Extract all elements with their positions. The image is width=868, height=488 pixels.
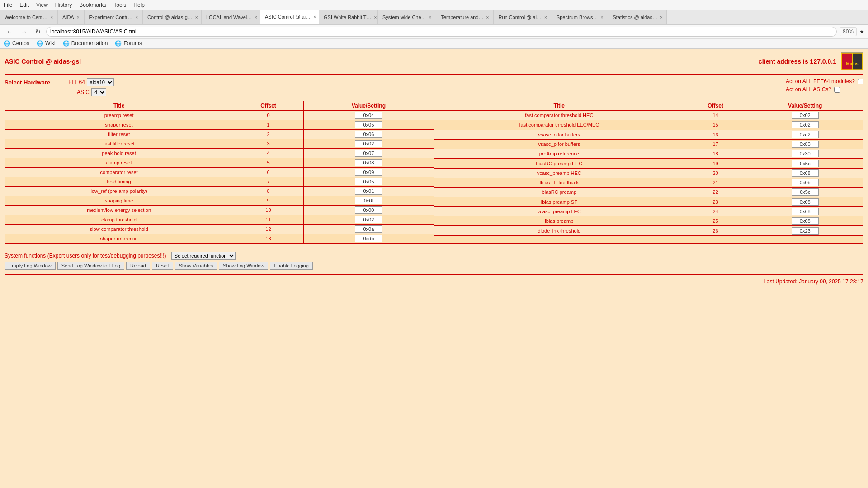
tab-spectrum[interactable]: Spectrum Brows… ×	[552, 10, 609, 24]
tab-bar: Welcome to Cent… × AIDA × Experiment Con…	[0, 10, 868, 25]
row-value	[303, 168, 434, 177]
menu-edit[interactable]: Edit	[19, 2, 29, 8]
row-title: shaper reset	[5, 120, 233, 130]
value-input[interactable]	[792, 208, 819, 215]
close-tab-temp[interactable]: ×	[486, 15, 489, 20]
row-value	[303, 177, 434, 187]
value-input[interactable]	[792, 198, 819, 206]
row-offset: 21	[684, 178, 747, 187]
bookmark-star[interactable]: ★	[859, 28, 864, 35]
close-tab-spectrum[interactable]: ×	[601, 15, 604, 20]
asic-select[interactable]: 4	[91, 88, 106, 96]
row-offset: 4	[233, 149, 304, 158]
close-tab-experiment[interactable]: ×	[135, 15, 138, 20]
bookmarks-bar: 🌐 Centos 🌐 Wiki 🌐 Documentation 🌐 Forums	[0, 39, 868, 48]
value-input[interactable]	[355, 140, 382, 147]
close-tab-welcome[interactable]: ×	[50, 15, 53, 20]
tab-welcome[interactable]: Welcome to Cent… ×	[0, 10, 58, 24]
close-tab-asic[interactable]: ×	[313, 14, 316, 19]
tab-asic-control[interactable]: ASIC Control @ ai… ×	[260, 10, 319, 24]
value-input[interactable]	[792, 150, 819, 157]
enable-logging-button[interactable]: Enable Logging	[270, 262, 312, 270]
empty-log-window-button[interactable]: Empty Log Window	[5, 262, 56, 270]
row-title: vcasc_preamp LEC	[434, 206, 684, 216]
close-tab-gsi[interactable]: ×	[374, 15, 377, 20]
tab-experiment[interactable]: Experiment Contr… ×	[85, 10, 143, 24]
act-all-asics-checkbox[interactable]	[834, 87, 840, 93]
act-all-fee64-checkbox[interactable]	[858, 79, 863, 84]
value-input[interactable]	[792, 141, 819, 148]
menu-tools[interactable]: Tools	[113, 2, 126, 8]
value-input[interactable]	[355, 121, 382, 128]
value-input[interactable]	[792, 179, 819, 186]
show-log-window-button[interactable]: Show Log Window	[219, 262, 268, 270]
reload-button[interactable]: ↻	[33, 27, 43, 36]
close-tab-stats[interactable]: ×	[660, 15, 663, 20]
value-input[interactable]	[792, 160, 819, 167]
tab-gsi-rabbit[interactable]: GSI White Rabbit T… ×	[319, 10, 378, 24]
value-input[interactable]	[792, 131, 819, 138]
tab-temperature[interactable]: Temperature and… ×	[436, 10, 494, 24]
value-input[interactable]	[355, 169, 382, 176]
left-col-title: Title	[5, 101, 233, 111]
close-tab-aida[interactable]: ×	[77, 15, 80, 20]
tab-control-aidas[interactable]: Control @ aidas-g… ×	[143, 10, 202, 24]
bookmark-forums[interactable]: 🌐 Forums	[115, 40, 142, 47]
system-functions-select[interactable]: Select required function	[171, 252, 236, 260]
browser-chrome: File Edit View History Bookmarks Tools H…	[0, 0, 868, 49]
value-input[interactable]	[792, 169, 819, 177]
menu-bookmarks[interactable]: Bookmarks	[79, 2, 106, 8]
menu-history[interactable]: History	[55, 2, 72, 8]
show-variables-button[interactable]: Show Variables	[175, 262, 217, 270]
row-title: filter reset	[5, 130, 233, 139]
value-input[interactable]	[792, 227, 819, 235]
value-input[interactable]	[792, 188, 819, 196]
value-input[interactable]	[792, 121, 819, 128]
value-input[interactable]	[355, 235, 382, 242]
value-input[interactable]	[355, 216, 382, 223]
value-input[interactable]	[355, 188, 382, 195]
tab-local-wavel[interactable]: LOCAL and Wavel… ×	[202, 10, 260, 24]
tab-aida[interactable]: AIDA ×	[58, 10, 85, 24]
close-tab-local-wavel[interactable]: ×	[255, 15, 257, 20]
row-title: peak hold reset	[5, 149, 233, 158]
reset-button[interactable]: Reset	[152, 262, 173, 270]
menu-file[interactable]: File	[4, 2, 12, 8]
empty-cell	[434, 235, 684, 243]
value-input[interactable]	[792, 217, 819, 225]
send-log-elog-button[interactable]: Send Log Window to ELog	[57, 262, 124, 270]
value-input[interactable]	[355, 197, 382, 204]
fee64-select[interactable]: aida10	[87, 78, 114, 86]
value-input[interactable]	[355, 225, 382, 233]
row-value	[303, 225, 434, 234]
reload-button-sys[interactable]: Reload	[126, 262, 150, 270]
value-input[interactable]	[355, 206, 382, 214]
close-tab-control-aidas[interactable]: ×	[195, 15, 198, 20]
value-input[interactable]	[355, 150, 382, 157]
tab-statistics[interactable]: Statistics @ aidas… ×	[608, 10, 667, 24]
forward-button[interactable]: →	[18, 27, 30, 36]
last-updated: Last Updated: January 09, 2025 17:28:17	[5, 278, 863, 285]
value-input[interactable]	[792, 112, 819, 119]
value-input[interactable]	[355, 131, 382, 138]
table-row: biasRC preamp 22	[434, 188, 863, 197]
bookmark-documentation[interactable]: 🌐 Documentation	[63, 40, 108, 47]
row-value	[747, 188, 863, 197]
menu-help[interactable]: Help	[133, 2, 145, 8]
close-tab-run[interactable]: ×	[544, 15, 547, 20]
close-tab-system[interactable]: ×	[429, 15, 432, 20]
empty-cell	[747, 235, 863, 243]
row-title: biasRC preamp	[434, 188, 684, 197]
tab-run-control[interactable]: Run Control @ ai… ×	[494, 10, 552, 24]
value-input[interactable]	[355, 112, 382, 119]
value-input[interactable]	[355, 178, 382, 185]
back-button[interactable]: ←	[4, 27, 15, 36]
bookmark-wiki[interactable]: 🌐 Wiki	[37, 40, 56, 47]
system-functions-label: System functions (Expert users only for …	[5, 253, 166, 259]
menu-view[interactable]: View	[36, 2, 48, 8]
url-input[interactable]	[46, 27, 837, 37]
tab-system-wide[interactable]: System wide Che… ×	[378, 10, 436, 24]
globe-icon: 🌐	[37, 40, 43, 47]
value-input[interactable]	[355, 159, 382, 166]
bookmark-centos[interactable]: 🌐 Centos	[4, 40, 29, 47]
